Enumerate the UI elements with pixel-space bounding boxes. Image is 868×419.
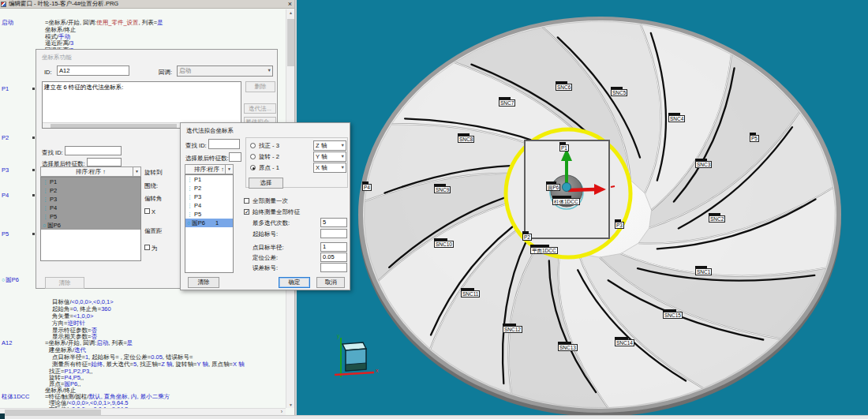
field-input[interactable] — [320, 229, 347, 238]
feature-label[interactable]: SNC10 — [434, 238, 454, 248]
feature-label[interactable]: P4 — [362, 181, 372, 191]
feature-list-item[interactable]: ⋮P1 — [41, 178, 140, 186]
label-text: SNC11 — [461, 290, 480, 297]
scroll-down-icon[interactable]: ▼ — [286, 402, 295, 407]
id-label: ID: — [44, 69, 52, 76]
radio-level[interactable] — [250, 143, 256, 148]
feature-label[interactable]: SNC12 — [503, 324, 522, 333]
checkbox-icon[interactable] — [144, 245, 150, 250]
radio-origin[interactable] — [250, 165, 256, 170]
recall-combo[interactable]: 启动▼ — [177, 65, 273, 77]
feature-label[interactable]: SNC4 — [668, 113, 685, 122]
feature-list-item[interactable]: ⋮P3 — [41, 195, 140, 204]
sort-header[interactable]: 排序:程序 ↑▼ — [40, 166, 141, 177]
find-id-field[interactable] — [208, 139, 240, 149]
covered-control-fragment: 偏转角 — [144, 195, 181, 203]
collapse-marker[interactable] — [32, 194, 35, 196]
feature-label[interactable]: SNC3 — [695, 159, 712, 168]
feature-list[interactable]: ⋮P1⋮P2⋮P3⋮P4⋮P5○圆P61 — [185, 174, 234, 273]
vscroll-thumb[interactable] — [287, 19, 294, 66]
horizontal-scrollbar[interactable]: › — [0, 408, 286, 415]
feature-label[interactable]: SNC7 — [499, 97, 515, 107]
collapse-marker[interactable] — [32, 137, 35, 139]
scroll-up-icon[interactable]: ▲ — [286, 10, 295, 15]
label-text: SNC10 — [434, 241, 454, 248]
feature-list-item[interactable]: ⋮P5 — [185, 210, 233, 219]
feature-label[interactable]: SNC9 — [434, 184, 451, 193]
feature-label[interactable]: P1 — [559, 142, 569, 152]
feature-list-item[interactable]: ⋮P4 — [185, 201, 233, 210]
axis-combo[interactable]: Z 轴▼ — [313, 140, 346, 151]
graphics-viewport[interactable]: yx SNC7SNC6SNC5SNC4P5SNC3SNC2SNC1SNC15SN… — [295, 0, 868, 415]
feature-label[interactable]: SNC13 — [558, 342, 578, 351]
gutter-feature-label: ○圆P6 — [2, 276, 19, 283]
feature-label[interactable]: SNC5 — [611, 87, 627, 96]
id-field[interactable]: A12 — [57, 65, 129, 76]
feature-label[interactable]: 圆P6 — [546, 181, 560, 191]
label-text: SNC3 — [695, 161, 712, 168]
iterate-button[interactable]: 迭代法... — [244, 103, 276, 114]
label-text: SNC15 — [663, 312, 683, 319]
label-text: SNC4 — [668, 115, 685, 122]
close-icon[interactable]: × — [288, 0, 292, 8]
feature-list-item[interactable]: ⋮P4 — [41, 204, 140, 212]
checkbox-icon[interactable] — [144, 208, 150, 214]
chevron-down-icon: ▼ — [225, 165, 233, 174]
checkbox[interactable]: ✓ — [244, 209, 249, 215]
collapse-marker[interactable] — [32, 233, 35, 235]
feature-label[interactable]: SNC2 — [709, 213, 725, 223]
feature-list-item[interactable]: ⋮P1 — [185, 175, 233, 184]
feature-label[interactable]: P2 — [522, 231, 532, 241]
feature-label[interactable]: SNC15 — [663, 309, 683, 319]
label-text: 平面1DCC — [530, 247, 558, 254]
select-button[interactable]: 选择 — [249, 178, 283, 189]
field-input[interactable]: 1 — [320, 242, 347, 252]
feature-list-item[interactable]: ○圆P6 — [41, 221, 140, 230]
field-input[interactable]: 5 — [320, 218, 347, 227]
feature-list-item[interactable]: ⋮P3 — [185, 193, 233, 201]
gutter-feature-label: P5 — [2, 230, 9, 238]
feature-list-item[interactable]: ⋮P5 — [41, 212, 140, 221]
chevron-down-icon: ▼ — [268, 66, 271, 75]
field-input[interactable] — [320, 263, 347, 272]
textarea-scroll-thumb[interactable] — [51, 124, 177, 128]
sort-header[interactable]: 排序:程序 ↑▼ — [185, 164, 234, 174]
feature-label[interactable]: 平面1DCC — [530, 245, 558, 254]
cancel-button[interactable]: 取消 — [316, 277, 345, 288]
find-id-field[interactable] — [65, 146, 122, 155]
feature-list-item[interactable]: ⋮P2 — [185, 184, 233, 193]
feature-list-item[interactable]: ○圆P61 — [185, 219, 233, 227]
last-features-field[interactable] — [87, 158, 122, 166]
feature-label[interactable]: SNC6 — [556, 81, 572, 91]
probe-point-icon: ⋮ — [187, 194, 193, 200]
ok-button[interactable]: 确定 — [279, 277, 310, 288]
edit-window-title-bar[interactable]: 编辑窗口 - 叶轮-15-客户-4#位置分析.PRG × — [0, 0, 294, 9]
feature-label[interactable]: SNC11 — [461, 288, 480, 297]
last-features-label: 选择最后特征数: — [185, 155, 229, 163]
impeller-3d-model[interactable]: yx — [297, 0, 868, 415]
feature-label[interactable]: SNC8 — [458, 133, 474, 143]
axis-combo[interactable]: X 轴▼ — [313, 163, 346, 173]
collapse-marker[interactable] — [32, 88, 35, 90]
radio-rotate[interactable] — [250, 154, 256, 159]
collapse-marker[interactable] — [32, 169, 35, 171]
delete-button[interactable]: 删除 — [245, 81, 275, 92]
feature-label[interactable]: 柱体1DCC — [552, 196, 580, 205]
feature-label[interactable]: P5 — [750, 133, 759, 142]
description-textarea[interactable]: 建立在 6 特征的迭代法坐标系: — [42, 81, 241, 129]
hscroll-thumb[interactable] — [5, 410, 101, 415]
svg-text:x: x — [376, 368, 379, 373]
axis-combo[interactable]: Y 轴▼ — [313, 152, 346, 162]
feature-list[interactable]: ⋮P1⋮P2⋮P3⋮P4⋮P5○圆P6 — [40, 177, 141, 261]
feature-label[interactable]: SNC14 — [615, 337, 634, 346]
feature-label[interactable]: P3 — [615, 219, 624, 229]
feature-list-item[interactable]: ⋮P2 — [41, 186, 140, 195]
label-text: P2 — [522, 234, 532, 241]
last-features-field[interactable] — [229, 152, 241, 162]
field-input[interactable]: 0.05 — [320, 253, 347, 262]
clear-button[interactable]: 清除 — [188, 277, 219, 288]
feature-label[interactable]: SNC1 — [695, 266, 712, 275]
scroll-right-icon[interactable]: › — [281, 409, 282, 414]
clear-button[interactable]: 清除 — [45, 277, 84, 289]
checkbox[interactable] — [244, 198, 249, 204]
